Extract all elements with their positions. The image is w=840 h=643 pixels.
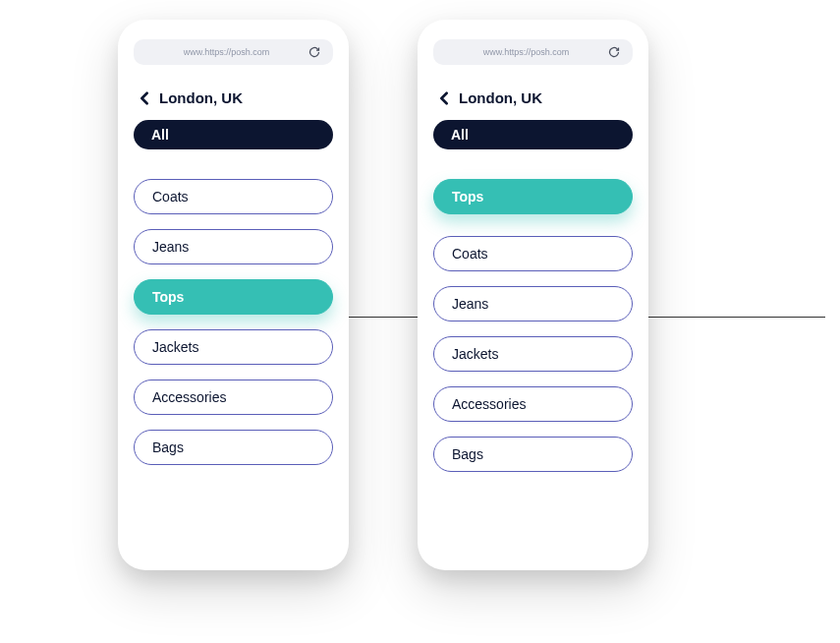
category-bags[interactable]: Bags bbox=[134, 430, 333, 465]
refresh-icon[interactable] bbox=[607, 45, 621, 59]
url-bar[interactable]: www.https://posh.com bbox=[433, 39, 633, 65]
location-text: London, UK bbox=[459, 89, 542, 106]
url-text: www.https://posh.com bbox=[145, 47, 308, 57]
url-text: www.https://posh.com bbox=[445, 47, 607, 57]
url-bar[interactable]: www.https://posh.com bbox=[134, 39, 333, 65]
category-accessories[interactable]: Accessories bbox=[433, 386, 633, 422]
category-coats[interactable]: Coats bbox=[433, 236, 633, 271]
phones-container: www.https://posh.com London, UK All Coat… bbox=[0, 0, 840, 590]
category-list: Coats Jeans Tops Jackets Accessories Bag… bbox=[134, 179, 333, 465]
category-coats[interactable]: Coats bbox=[134, 179, 333, 214]
location-text: London, UK bbox=[159, 89, 243, 106]
category-tops[interactable]: Tops bbox=[134, 279, 333, 315]
back-icon[interactable] bbox=[138, 91, 151, 105]
category-jeans[interactable]: Jeans bbox=[433, 286, 633, 322]
all-filter-pill[interactable]: All bbox=[433, 120, 633, 149]
phone-mockup-1: www.https://posh.com London, UK All Coat… bbox=[118, 20, 349, 570]
refresh-icon[interactable] bbox=[308, 45, 321, 59]
phone-mockup-2: www.https://posh.com London, UK All Tops… bbox=[418, 20, 648, 570]
category-jackets[interactable]: Jackets bbox=[134, 329, 333, 365]
category-accessories[interactable]: Accessories bbox=[134, 380, 333, 415]
location-row[interactable]: London, UK bbox=[433, 89, 633, 106]
category-jackets[interactable]: Jackets bbox=[433, 336, 633, 372]
category-bags[interactable]: Bags bbox=[433, 437, 633, 472]
back-icon[interactable] bbox=[437, 91, 451, 105]
all-filter-pill[interactable]: All bbox=[134, 120, 333, 149]
category-jeans[interactable]: Jeans bbox=[134, 229, 333, 264]
location-row[interactable]: London, UK bbox=[134, 89, 333, 106]
category-tops-selected[interactable]: Tops bbox=[433, 179, 633, 214]
category-list: Coats Jeans Jackets Accessories Bags bbox=[433, 236, 633, 472]
